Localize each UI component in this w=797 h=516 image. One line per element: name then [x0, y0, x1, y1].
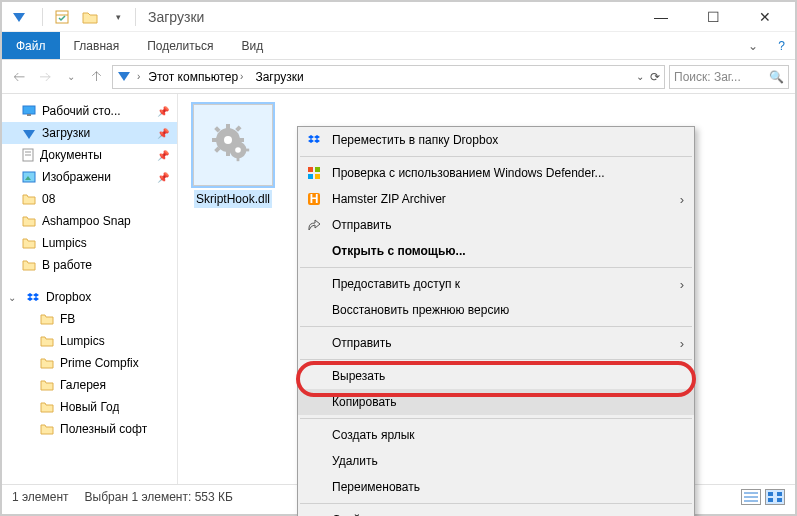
icons-view-button[interactable] [765, 489, 785, 505]
ctx-label: Вырезать [332, 369, 385, 383]
nav-item-gallery[interactable]: Галерея [2, 374, 177, 396]
ctx-delete[interactable]: Удалить [298, 448, 694, 474]
file-item[interactable]: SkriptHook.dll [188, 104, 278, 208]
view-switcher [741, 489, 785, 505]
nav-label: Загрузки [42, 126, 90, 140]
separator [300, 267, 692, 268]
ctx-label: Предоставить доступ к [332, 277, 460, 291]
nav-item-dropbox[interactable]: ⌄Dropbox [2, 286, 177, 308]
folder-icon [22, 215, 36, 227]
quick-access-toolbar: ▾ [10, 8, 131, 26]
chevron-down-icon[interactable]: ⌄ [8, 292, 20, 303]
up-button[interactable]: 🡡 [86, 66, 108, 88]
nav-item-ashampoo[interactable]: Ashampoo Snap [2, 210, 177, 232]
gear-icon [208, 120, 258, 170]
ribbon-expand-icon[interactable]: ⌄ [738, 39, 768, 53]
details-view-button[interactable] [741, 489, 761, 505]
ctx-copy[interactable]: Копировать [298, 389, 694, 415]
nav-item-documents[interactable]: Документы📌 [2, 144, 177, 166]
svg-rect-18 [226, 124, 230, 130]
ctx-label: Создать ярлык [332, 428, 415, 442]
close-button[interactable]: ✕ [751, 9, 779, 25]
forward-button[interactable]: 🡢 [34, 66, 56, 88]
ctx-send-to[interactable]: Отправить [298, 212, 694, 238]
svg-marker-13 [33, 293, 39, 297]
ctx-grant-access[interactable]: Предоставить доступ к› [298, 271, 694, 297]
pin-icon: 📌 [157, 150, 169, 161]
ctx-properties[interactable]: Свойства [298, 507, 694, 516]
nav-label: Рабочий сто... [42, 104, 121, 118]
help-icon[interactable]: ? [768, 39, 795, 53]
breadcrumb-segment[interactable]: Загрузки [251, 70, 307, 84]
navigation-pane: Рабочий сто...📌 Загрузки📌 Документы📌 Изо… [2, 94, 178, 484]
ctx-restore-version[interactable]: Восстановить прежнюю версию [298, 297, 694, 323]
svg-point-27 [235, 147, 241, 153]
separator [300, 156, 692, 157]
tab-share[interactable]: Поделиться [133, 32, 227, 59]
pin-icon: 📌 [157, 172, 169, 183]
folder-icon[interactable] [81, 8, 99, 26]
minimize-button[interactable]: — [647, 9, 675, 25]
svg-rect-43 [308, 167, 313, 172]
nav-item-downloads[interactable]: Загрузки📌 [2, 122, 177, 144]
nav-item-pictures[interactable]: Изображени📌 [2, 166, 177, 188]
recent-dropdown[interactable]: ⌄ [60, 66, 82, 88]
file-name-label: SkriptHook.dll [194, 190, 272, 208]
desktop-icon [22, 105, 36, 117]
down-arrow-icon[interactable] [10, 8, 28, 26]
ctx-cut[interactable]: Вырезать [298, 363, 694, 389]
svg-rect-36 [777, 492, 782, 496]
ctx-create-shortcut[interactable]: Создать ярлык [298, 422, 694, 448]
tab-file[interactable]: Файл [2, 32, 60, 59]
chevron-right-icon[interactable]: › [137, 71, 140, 82]
qat-dropdown-icon[interactable]: ▾ [109, 8, 127, 26]
ribbon-tabs: Файл Главная Поделиться Вид ⌄ ? [2, 32, 795, 60]
ctx-open-with[interactable]: Открыть с помощью... [298, 238, 694, 264]
ctx-hamster-zip[interactable]: HHamster ZIP Archiver› [298, 186, 694, 212]
address-bar[interactable]: › Этот компьютер› Загрузки ⌄ ⟳ [112, 65, 665, 89]
search-icon: 🔍 [769, 70, 784, 84]
ctx-label: Переименовать [332, 480, 420, 494]
nav-item-inwork[interactable]: В работе [2, 254, 177, 276]
nav-item-lumpics[interactable]: Lumpics [2, 232, 177, 254]
nav-item-desktop[interactable]: Рабочий сто...📌 [2, 100, 177, 122]
nav-item-newyear[interactable]: Новый Год [2, 396, 177, 418]
folder-icon [40, 357, 54, 369]
separator [300, 503, 692, 504]
nav-label: Полезный софт [60, 422, 147, 436]
window-title: Загрузки [148, 9, 647, 25]
nav-item-08[interactable]: 08 [2, 188, 177, 210]
maximize-button[interactable]: ☐ [699, 9, 727, 25]
separator [300, 359, 692, 360]
nav-item-fb[interactable]: FB [2, 308, 177, 330]
share-icon [306, 217, 322, 233]
svg-rect-44 [315, 167, 320, 172]
nav-item-prime[interactable]: Prime Compfix [2, 352, 177, 374]
folder-icon [40, 401, 54, 413]
ctx-defender-scan[interactable]: Проверка с использованием Windows Defend… [298, 160, 694, 186]
nav-item-useful[interactable]: Полезный софт [2, 418, 177, 440]
chevron-right-icon: › [680, 277, 684, 292]
back-button[interactable]: 🡠 [8, 66, 30, 88]
svg-rect-28 [237, 139, 240, 143]
nav-item-lumpics2[interactable]: Lumpics [2, 330, 177, 352]
dropdown-icon[interactable]: ⌄ [636, 71, 644, 82]
search-input[interactable]: Поиск: Заг... 🔍 [669, 65, 789, 89]
ctx-send-to-2[interactable]: Отправить› [298, 330, 694, 356]
breadcrumb-segment[interactable]: Этот компьютер› [144, 70, 247, 84]
breadcrumb-text: Этот компьютер [148, 70, 238, 84]
properties-icon[interactable] [53, 8, 71, 26]
nav-label: Ashampoo Snap [42, 214, 131, 228]
context-menu: Переместить в папку Dropbox Проверка с и… [297, 126, 695, 516]
tab-home[interactable]: Главная [60, 32, 134, 59]
ctx-move-to-dropbox[interactable]: Переместить в папку Dropbox [298, 127, 694, 153]
ctx-rename[interactable]: Переименовать [298, 474, 694, 500]
svg-rect-5 [27, 114, 31, 116]
svg-marker-14 [27, 297, 33, 301]
svg-rect-29 [237, 157, 240, 161]
refresh-icon[interactable]: ⟳ [650, 70, 660, 84]
ctx-label: Отправить [332, 218, 392, 232]
chevron-right-icon[interactable]: › [240, 71, 243, 82]
tab-view[interactable]: Вид [227, 32, 277, 59]
svg-rect-24 [235, 125, 241, 131]
